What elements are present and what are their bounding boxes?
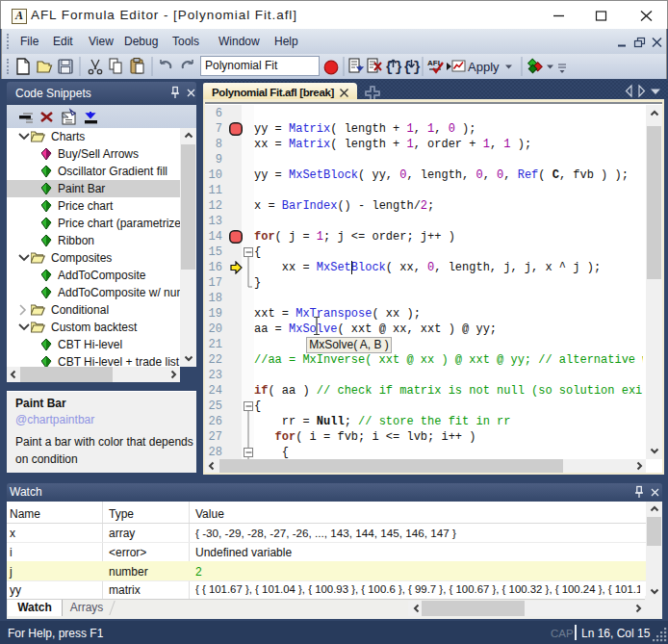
svg-text:Apply: Apply [468,60,500,74]
svg-text:}: } [413,60,421,75]
svg-text:{: { [403,60,411,75]
